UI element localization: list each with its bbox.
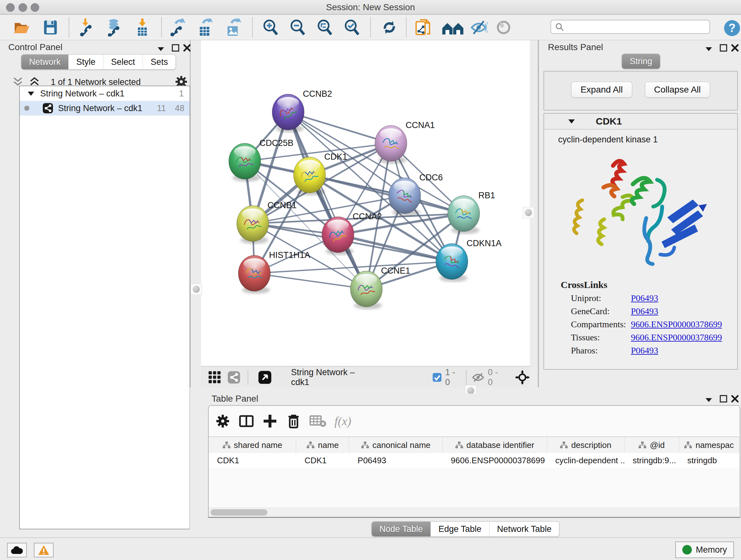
table-cell[interactable]: stringdb — [679, 453, 739, 468]
add-column-icon[interactable] — [262, 414, 278, 429]
network-view[interactable]: CCNB2CCNA1CDC25BCDK1CDC6RB1CCNB1CCNA2CDK… — [201, 40, 530, 366]
show-columns-icon[interactable] — [239, 414, 254, 429]
import-network-file-icon[interactable] — [78, 18, 96, 37]
left-splitter[interactable] — [191, 40, 201, 387]
zoom-out-icon[interactable] — [289, 18, 307, 37]
table-cell[interactable]: cyclin-dependent ... — [547, 453, 624, 468]
zoom-fit-icon[interactable] — [316, 18, 334, 37]
table-cell[interactable]: stringdb:9... — [624, 453, 679, 468]
detach-view-icon[interactable] — [258, 370, 272, 385]
network-label: String Network – cdk1 — [58, 104, 142, 113]
network-node-CDKN1A[interactable]: CDKN1A — [436, 239, 502, 282]
splitter-handle[interactable] — [191, 284, 202, 295]
zoom-selected-icon[interactable] — [343, 18, 361, 37]
control-panel-title: Control Panel — [8, 42, 63, 52]
column-header-canonical-name[interactable]: canonical name — [349, 437, 442, 453]
panel-float-icon[interactable] — [170, 43, 181, 53]
export-image-icon[interactable] — [224, 18, 242, 37]
collapse-all-button[interactable]: Collapse All — [645, 82, 710, 98]
warning-status-button[interactable] — [34, 543, 54, 557]
gene-result-box: CDK1 cyclin-dependent kinase 1 — [543, 113, 738, 370]
crosslink-label: GeneCard: — [571, 306, 631, 316]
string-app-icon — [42, 103, 54, 114]
tab-sets[interactable]: Sets — [143, 55, 176, 69]
panel-collapse-icon[interactable] — [703, 395, 715, 405]
refresh-icon[interactable] — [381, 18, 398, 37]
column-header-database-identifier[interactable]: database identifier — [443, 437, 547, 453]
table-horizontal-scrollbar[interactable] — [209, 508, 739, 517]
network-node-CDC6[interactable]: CDC6 — [389, 173, 443, 216]
function-builder-icon[interactable]: f(x) — [334, 414, 351, 428]
column-header-namespac[interactable]: namespac — [679, 437, 739, 453]
tab-network[interactable]: Network — [21, 55, 68, 69]
table-cell[interactable]: CDK1 — [209, 453, 296, 468]
delete-table-icon[interactable] — [310, 414, 326, 428]
memory-button[interactable]: Memory — [675, 542, 734, 558]
save-session-icon[interactable] — [42, 18, 59, 37]
crosslink-value-link[interactable]: P06493 — [631, 293, 658, 303]
network-node-CDC25B[interactable]: CDC25B — [229, 138, 293, 182]
tab-string[interactable]: String — [622, 54, 660, 69]
footer-separator — [466, 370, 467, 385]
delete-column-icon[interactable] — [286, 414, 301, 429]
selected-checkbox-icon[interactable] — [432, 372, 442, 383]
network-node-CCNB2[interactable]: CCNB2 — [272, 89, 332, 132]
network-edge[interactable] — [288, 112, 366, 289]
export-network-icon[interactable] — [169, 18, 187, 37]
crosslink-value-link[interactable]: P06493 — [631, 306, 658, 316]
search-input[interactable] — [564, 22, 710, 32]
splitter-handle[interactable] — [523, 207, 534, 219]
tab-network-table[interactable]: Network Table — [489, 522, 559, 537]
scrollbar-thumb[interactable] — [211, 509, 267, 516]
table-row[interactable]: CDK1CDK1P064939606.ENSP00000378699cyclin… — [209, 453, 739, 468]
show-hide-graphics-icon[interactable] — [470, 18, 488, 37]
import-table-icon[interactable] — [133, 18, 151, 37]
panel-float-icon[interactable] — [718, 43, 729, 53]
panel-collapse-icon[interactable] — [155, 44, 166, 54]
table-cell[interactable]: P06493 — [349, 453, 443, 468]
column-header--id[interactable]: @id — [624, 437, 679, 453]
network-edge[interactable] — [254, 273, 366, 289]
crosslink-value-link[interactable]: P06493 — [631, 346, 658, 356]
network-collection-row[interactable]: String Network – cdk1 1 — [20, 86, 190, 101]
panel-close-icon[interactable] — [729, 43, 741, 53]
toolbar-separator — [406, 17, 407, 37]
crosslink-value-link[interactable]: 9606.ENSP00000378699 — [631, 319, 722, 329]
column-header-shared-name[interactable]: shared name — [209, 437, 296, 453]
network-node-RB1[interactable]: RB1 — [448, 191, 495, 234]
copy-share-document-icon[interactable] — [414, 18, 432, 37]
tab-node-table[interactable]: Node Table — [372, 522, 430, 537]
home-networks-icon[interactable] — [442, 18, 464, 37]
open-session-icon[interactable] — [13, 18, 30, 37]
gene-header-row[interactable]: CDK1 — [544, 114, 737, 130]
search-field[interactable] — [550, 20, 710, 34]
network-row-selected[interactable]: String Network – cdk1 11 48 — [20, 101, 190, 116]
vertical-splitter[interactable] — [530, 40, 541, 387]
zoom-in-icon[interactable] — [262, 18, 280, 37]
table-cell[interactable]: CDK1 — [296, 453, 349, 468]
gene-expander-icon[interactable] — [567, 118, 576, 125]
help-icon[interactable]: ? — [723, 19, 741, 37]
export-table-icon[interactable] — [197, 18, 214, 37]
cloud-status-button[interactable] — [7, 543, 27, 557]
string-view-icon[interactable] — [227, 370, 241, 385]
column-header-description[interactable]: description — [547, 437, 624, 453]
tree-expander-icon[interactable] — [27, 90, 35, 97]
panel-close-icon[interactable] — [729, 394, 741, 404]
hidden-eye-icon — [472, 372, 484, 383]
panel-collapse-icon[interactable] — [703, 44, 715, 54]
import-network-database-icon[interactable] — [105, 18, 123, 37]
tab-edge-table[interactable]: Edge Table — [430, 522, 489, 537]
tab-select[interactable]: Select — [103, 55, 143, 69]
crosslink-value-link[interactable]: 9606.ENSP00000378699 — [631, 332, 722, 343]
birds-eye-toggle-icon[interactable] — [515, 369, 530, 385]
expand-all-button[interactable]: Expand All — [571, 82, 632, 98]
table-options-gear-icon[interactable] — [215, 414, 230, 429]
tab-style[interactable]: Style — [68, 55, 103, 69]
grid-view-icon[interactable] — [207, 369, 222, 385]
table-header-row: shared namenamecanonical namedatabase id… — [209, 436, 739, 454]
column-header-name[interactable]: name — [296, 437, 349, 453]
table-cell[interactable]: 9606.ENSP00000378699 — [442, 453, 547, 468]
horizontal-splitter[interactable] — [190, 387, 741, 394]
panel-float-icon[interactable] — [718, 394, 729, 404]
